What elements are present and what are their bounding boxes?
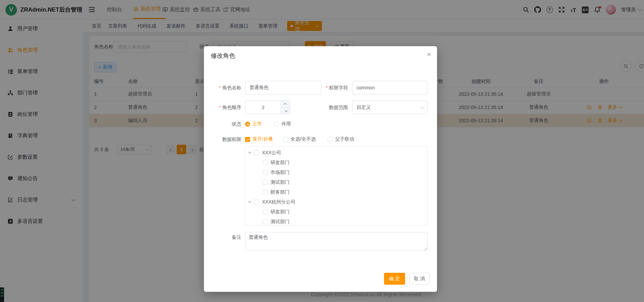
data-scope-field-label: 数据范围 bbox=[311, 101, 348, 114]
checkbox-icon[interactable] bbox=[263, 170, 268, 175]
tree-node-child[interactable]: 测试部门 bbox=[245, 177, 427, 187]
checkbox-icon[interactable] bbox=[263, 160, 268, 165]
tree-node-child[interactable]: 财务部门 bbox=[245, 187, 427, 197]
chevron-down-icon bbox=[284, 109, 288, 112]
status-field-label: 状态 bbox=[204, 121, 241, 127]
checkbox-label: 展开/折叠 bbox=[253, 136, 273, 142]
role-key-field[interactable] bbox=[352, 81, 428, 94]
tree-node-child[interactable]: 市场部门 bbox=[245, 167, 427, 177]
tree-node-child[interactable]: 研发部门 bbox=[245, 207, 427, 217]
chevron-down-icon bbox=[420, 105, 424, 109]
checkbox-checked-icon bbox=[245, 137, 250, 142]
checkbox-label: 全选/全不选 bbox=[291, 136, 316, 142]
role-sort-value: 2 bbox=[245, 101, 281, 114]
status-radio-normal[interactable]: 正常 bbox=[245, 121, 262, 127]
role-key-field-label: 权限字符 bbox=[311, 81, 348, 94]
checkbox-icon[interactable] bbox=[263, 219, 268, 224]
confirm-button[interactable]: 确 定 bbox=[384, 273, 405, 285]
radio-selected-icon bbox=[245, 122, 250, 127]
role-name-field-label: 角色名称 bbox=[204, 81, 241, 94]
select-all-checkbox[interactable]: 全选/全不选 bbox=[283, 136, 316, 143]
checkbox-label: 父子联动 bbox=[335, 136, 354, 142]
role-sort-stepper[interactable]: 2 bbox=[245, 101, 290, 114]
tree-node-parent[interactable]: XXX杭州分公司 bbox=[245, 197, 427, 207]
caret-down-icon[interactable] bbox=[248, 152, 251, 154]
tree-node-label: 市场部门 bbox=[271, 170, 290, 176]
tree-node-label: 测试部门 bbox=[271, 179, 290, 185]
radio-label: 正常 bbox=[253, 121, 262, 127]
tree-node-child[interactable]: 测试部门 bbox=[245, 217, 427, 226]
checkbox-icon bbox=[328, 137, 333, 142]
stepper-down-button[interactable] bbox=[281, 107, 290, 114]
radio-label: 停用 bbox=[281, 121, 291, 127]
checkbox-icon[interactable] bbox=[254, 199, 259, 205]
edit-role-dialog: 修改角色 × 角色名称 权限字符 角色顺序 2 数据范围 自定义 状态 正常 停… bbox=[204, 46, 437, 292]
remark-field-label: 备注 bbox=[204, 234, 241, 241]
caret-down-icon[interactable] bbox=[248, 201, 251, 203]
checkbox-icon bbox=[283, 137, 288, 142]
parent-child-link-checkbox[interactable]: 父子联动 bbox=[328, 136, 354, 143]
expand-collapse-checkbox[interactable]: 展开/折叠 bbox=[245, 136, 273, 143]
remark-textarea[interactable]: 普通角色 bbox=[245, 232, 428, 250]
status-radio-disabled[interactable]: 停用 bbox=[274, 121, 291, 127]
data-scope-value: 自定义 bbox=[356, 104, 371, 110]
permission-tree: XXX公司 研发部门 市场部门 测试部门 财务部门 XXX杭州分公司 bbox=[245, 146, 428, 226]
checkbox-icon[interactable] bbox=[263, 190, 268, 195]
radio-icon bbox=[274, 122, 279, 127]
checkbox-icon[interactable] bbox=[263, 180, 268, 185]
tree-node-label: XXX公司 bbox=[262, 150, 281, 156]
tree-node-label: 研发部门 bbox=[271, 209, 290, 215]
checkbox-icon[interactable] bbox=[254, 150, 259, 155]
app-root: V ZRAdmin.NET后台管理 控制台 系统管理 系统监控 系统工具 官网地… bbox=[0, 0, 644, 302]
checkbox-icon[interactable] bbox=[263, 209, 268, 214]
role-sort-field-label: 角色顺序 bbox=[204, 101, 241, 114]
stepper-up-button[interactable] bbox=[281, 101, 290, 107]
data-perms-field-label: 数据权限 bbox=[204, 136, 241, 143]
tree-node-label: 财务部门 bbox=[271, 189, 290, 195]
chevron-up-icon bbox=[283, 103, 287, 106]
cancel-button[interactable]: 取 消 bbox=[409, 273, 430, 285]
tree-node-label: XXX杭州分公司 bbox=[262, 199, 295, 205]
dialog-title: 修改角色 bbox=[211, 52, 235, 60]
role-name-field[interactable] bbox=[245, 81, 321, 94]
tree-node-child[interactable]: 研发部门 bbox=[245, 158, 427, 167]
tree-node-label: 测试部门 bbox=[271, 219, 290, 225]
tree-node-parent[interactable]: XXX公司 bbox=[245, 148, 427, 158]
data-scope-select[interactable]: 自定义 bbox=[352, 101, 428, 114]
close-icon[interactable]: × bbox=[427, 51, 431, 58]
tree-node-label: 研发部门 bbox=[271, 160, 290, 166]
